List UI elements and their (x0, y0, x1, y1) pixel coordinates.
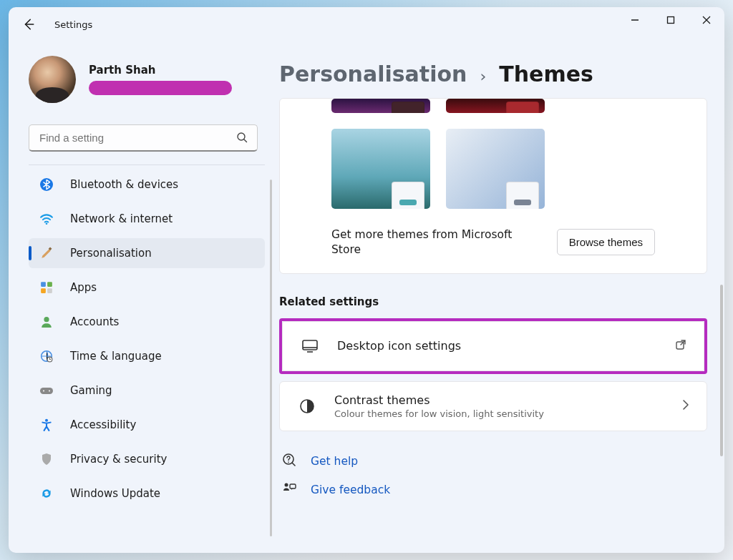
sidebar-item-label: Accessibility (70, 418, 136, 431)
svg-rect-28 (290, 484, 296, 488)
globe-clock-icon (39, 348, 54, 364)
svg-rect-2 (668, 17, 674, 24)
gamepad-icon (39, 383, 54, 398)
sidebar-item-network[interactable]: Network & internet (29, 204, 265, 234)
sidebar-item-accounts[interactable]: Accounts (29, 307, 265, 337)
titlebar: Settings (9, 7, 724, 41)
svg-rect-10 (41, 282, 46, 287)
get-help-link[interactable]: Get help (311, 455, 358, 468)
chevron-right-icon (682, 399, 689, 413)
store-text: Get more themes from Microsoft Store (331, 227, 532, 257)
maximize-button[interactable] (653, 7, 689, 33)
setting-title: Contrast themes (334, 393, 682, 407)
settings-window: Settings Parth Shah (9, 7, 724, 553)
highlight-box: Desktop icon settings (279, 318, 707, 374)
svg-rect-11 (47, 282, 52, 287)
theme-grid (288, 99, 698, 209)
desktop-icon-settings-row[interactable]: Desktop icon settings (282, 321, 704, 371)
setting-title: Desktop icon settings (337, 339, 675, 353)
search-input[interactable] (29, 124, 258, 152)
maximize-icon (666, 16, 675, 24)
themes-card: Get more themes from Microsoft Store Bro… (279, 98, 707, 274)
nav-list: Bluetooth & devices Network & internet P… (29, 164, 265, 536)
sidebar-item-gaming[interactable]: Gaming (29, 375, 265, 406)
sidebar-item-label: Network & internet (70, 212, 173, 225)
store-row: Get more themes from Microsoft Store Bro… (288, 227, 698, 257)
minimize-icon (631, 16, 639, 24)
main-panel: Personalisation › Themes Get more themes… (273, 41, 724, 553)
get-help-row[interactable]: Get help (279, 453, 707, 470)
theme-thumbnail[interactable] (446, 99, 545, 113)
apps-icon (39, 280, 54, 295)
profile-block[interactable]: Parth Shah (29, 56, 265, 103)
wifi-icon (39, 211, 54, 227)
contrast-themes-row[interactable]: Contrast themes Colour themes for low vi… (279, 381, 707, 431)
breadcrumb-current: Themes (499, 62, 593, 87)
theme-thumbnail[interactable] (331, 99, 430, 113)
paintbrush-icon (39, 245, 54, 261)
sidebar-item-windows-update[interactable]: Windows Update (29, 478, 265, 509)
update-icon (39, 486, 54, 501)
svg-rect-12 (41, 288, 46, 293)
svg-rect-13 (47, 288, 52, 293)
sidebar-item-label: Gaming (70, 384, 112, 397)
close-button[interactable] (689, 7, 724, 33)
window-title: Settings (54, 19, 92, 30)
sidebar-item-personalisation[interactable]: Personalisation (29, 238, 265, 268)
browse-themes-button[interactable]: Browse themes (557, 229, 655, 255)
related-settings-heading: Related settings (279, 295, 707, 308)
setting-text: Desktop icon settings (337, 339, 675, 353)
sidebar-item-label: Windows Update (70, 487, 160, 500)
arrow-left-icon (22, 18, 35, 31)
sidebar-item-bluetooth[interactable]: Bluetooth & devices (29, 170, 265, 200)
svg-rect-17 (40, 388, 53, 394)
sidebar-item-apps[interactable]: Apps (29, 272, 265, 303)
feedback-icon (282, 481, 296, 498)
chevron-right-icon: › (480, 67, 486, 85)
contrast-icon (297, 398, 317, 414)
give-feedback-link[interactable]: Give feedback (311, 483, 390, 496)
external-link-icon (675, 339, 686, 353)
window-controls (617, 7, 724, 33)
avatar (29, 56, 76, 103)
sidebar-item-label: Bluetooth & devices (70, 178, 178, 191)
search-box[interactable] (29, 124, 265, 152)
content-area: Parth Shah Bluetooth & devices Network &… (9, 41, 724, 553)
svg-point-18 (43, 390, 44, 392)
sidebar-item-privacy[interactable]: Privacy & security (29, 444, 265, 474)
svg-rect-21 (303, 340, 317, 350)
help-icon (282, 453, 296, 470)
setting-text: Contrast themes Colour themes for low vi… (334, 393, 682, 419)
profile-name: Parth Shah (89, 64, 232, 77)
sidebar-item-label: Apps (70, 281, 97, 294)
svg-point-27 (285, 483, 288, 486)
sidebar-item-label: Accounts (70, 315, 119, 328)
minimize-button[interactable] (617, 7, 653, 33)
theme-thumbnail[interactable] (331, 129, 430, 209)
close-icon (702, 16, 711, 24)
person-icon (39, 314, 54, 330)
profile-text: Parth Shah (89, 64, 232, 95)
give-feedback-row[interactable]: Give feedback (279, 481, 707, 498)
sidebar-item-label: Privacy & security (70, 453, 167, 466)
monitor-icon (300, 339, 320, 353)
sidebar-item-accessibility[interactable]: Accessibility (29, 410, 265, 440)
back-button[interactable] (21, 17, 36, 31)
setting-subtitle: Colour themes for low vision, light sens… (334, 408, 682, 419)
profile-email-redacted (89, 81, 232, 95)
svg-point-19 (49, 390, 50, 392)
sidebar-item-label: Personalisation (70, 247, 152, 260)
svg-point-20 (45, 419, 48, 422)
sidebar-item-label: Time & language (70, 350, 162, 363)
sidebar-item-time-language[interactable]: Time & language (29, 341, 265, 371)
svg-point-8 (46, 222, 48, 225)
accessibility-icon (39, 417, 54, 433)
bluetooth-icon (39, 177, 54, 192)
breadcrumb-parent[interactable]: Personalisation (279, 62, 467, 87)
svg-point-14 (44, 317, 49, 322)
theme-thumbnail[interactable] (446, 129, 545, 209)
sidebar: Parth Shah Bluetooth & devices Network &… (9, 41, 273, 553)
shield-icon (39, 451, 54, 467)
breadcrumb: Personalisation › Themes (279, 62, 707, 87)
